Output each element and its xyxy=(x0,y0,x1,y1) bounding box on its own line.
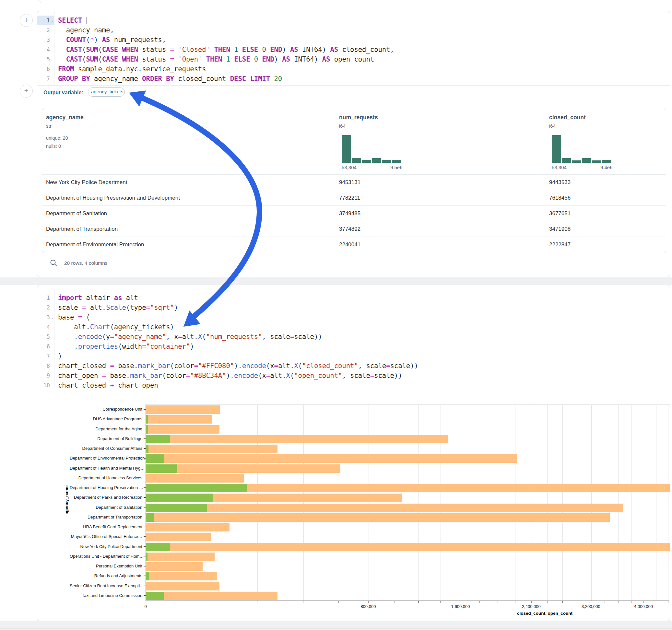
y-axis-label[interactable]: Department of Environmental Protection xyxy=(70,456,142,461)
y-axis-label[interactable]: Correspondence Unit xyxy=(70,407,142,412)
closed_count-bar[interactable] xyxy=(146,445,278,453)
sql-code-line-3[interactable]: 3 COUNT(*) AS num_requests, xyxy=(37,35,670,45)
y-axis-label[interactable]: Taxi and Limousine Commission xyxy=(70,593,142,598)
closed_count-bar[interactable] xyxy=(146,592,278,600)
closed_count-bar[interactable] xyxy=(146,425,219,434)
y-axis-label[interactable]: Personal Exemption Unit xyxy=(70,563,142,568)
open_count-bar[interactable] xyxy=(146,504,207,512)
add-cell-button-output[interactable]: + xyxy=(20,84,33,98)
python-code-line-1[interactable]: 1import altair as alt xyxy=(37,293,670,303)
y-axis-label[interactable]: Department of Transportation xyxy=(70,515,142,519)
y-axis-label[interactable]: Department of Sanitation xyxy=(70,505,142,510)
y-axis-label[interactable]: Department of Buildings xyxy=(70,436,142,441)
python-code-line-3[interactable]: 3⌄base = ( xyxy=(37,312,670,322)
closed_count-bar[interactable] xyxy=(146,543,670,551)
closed_count-bar[interactable] xyxy=(146,562,202,571)
table-cell: 3749485 xyxy=(339,206,360,221)
search-icon[interactable] xyxy=(50,259,58,267)
sql-code-line-1[interactable]: 1⌄SELECT xyxy=(37,16,670,25)
python-code-line-6[interactable]: 6 .properties(width="container") xyxy=(37,342,670,351)
y-axis-label[interactable]: Mayorâ€ s Office of Special Enforce… xyxy=(70,534,142,539)
y-axis-label[interactable]: HRA Benefit Card Replacement xyxy=(70,524,142,529)
gridline xyxy=(440,405,441,601)
line-number: 5 xyxy=(37,54,54,64)
gridline xyxy=(368,405,369,601)
closed_count-bar[interactable] xyxy=(146,454,517,463)
open_count-bar[interactable] xyxy=(146,513,154,522)
python-code-line-4[interactable]: 4 alt.Chart(agency_tickets) xyxy=(37,322,670,332)
add-cell-button-top[interactable]: + xyxy=(20,14,33,27)
fold-chevron-icon[interactable]: ⌄ xyxy=(51,312,54,322)
open_count-bar[interactable] xyxy=(146,553,147,561)
y-axis-label[interactable]: Senior Citizen Rent Increase Exempti… xyxy=(70,583,142,588)
open_count-bar[interactable] xyxy=(146,425,148,434)
closed_count-bar[interactable] xyxy=(146,572,217,580)
closed_count-bar[interactable] xyxy=(146,582,219,590)
sql-code-line-4[interactable]: 4 CAST(SUM(CASE WHEN status = 'Closed' T… xyxy=(37,45,670,54)
sql-code-editor[interactable]: 1⌄SELECT 2 agency_name,3 COUNT(*) AS num… xyxy=(37,16,670,84)
python-code-line-7[interactable]: 7) xyxy=(37,351,670,361)
y-axis-label[interactable]: Department of Parks and Recreation xyxy=(70,495,142,500)
sql-code-line-2[interactable]: 2 agency_name, xyxy=(37,25,670,35)
table-row[interactable]: Department of Sanitation37494853677651 xyxy=(42,205,666,221)
column-header-agency_name[interactable]: agency_name xyxy=(46,114,83,121)
closed_count-bar[interactable] xyxy=(146,523,230,532)
python-code-line-5[interactable]: 5 .encode(y="agency_name", x=alt.X("num_… xyxy=(37,332,670,342)
y-axis-label[interactable]: Operations Unit - Department of Hom… xyxy=(70,554,142,559)
table-row[interactable]: Department of Transportation377489234719… xyxy=(42,221,666,237)
open_count-bar[interactable] xyxy=(146,464,177,473)
open_count-bar[interactable] xyxy=(146,415,148,423)
closed_count-bar[interactable] xyxy=(146,513,610,522)
x-axis-label: 1,600,000 xyxy=(451,604,470,609)
open_count-bar[interactable] xyxy=(146,543,170,551)
open_count-bar[interactable] xyxy=(146,592,164,600)
open_count-bar[interactable] xyxy=(146,435,170,443)
y-axis-label[interactable]: New York City Police Department xyxy=(70,544,142,549)
python-code-line-2[interactable]: 2scale = alt.Scale(type="sqrt") xyxy=(37,303,670,312)
open_count-bar[interactable] xyxy=(146,493,213,502)
text-cursor xyxy=(87,17,87,24)
y-axis-tick xyxy=(144,487,146,488)
table-row[interactable]: New York City Police Department945313194… xyxy=(42,174,666,190)
closed_count-bar[interactable] xyxy=(146,406,220,414)
table-row[interactable]: Department of Environmental Protection22… xyxy=(42,237,666,252)
open_count-bar[interactable] xyxy=(146,484,247,492)
open_count-bar[interactable] xyxy=(146,572,149,580)
y-axis-tick xyxy=(144,438,146,439)
table-row[interactable]: Department of Housing Preservation and D… xyxy=(42,190,666,206)
table-cell: 9443533 xyxy=(549,175,571,190)
histogram-min-label: 53,304 xyxy=(342,165,357,170)
sql-code-line-7[interactable]: 7GROUP BY agency_name ORDER BY closed_co… xyxy=(37,74,670,83)
y-axis-tick xyxy=(144,429,146,429)
y-axis-tick xyxy=(144,448,146,449)
closed_count-bar[interactable] xyxy=(146,533,211,541)
y-axis-label[interactable]: DHS Advantage Programs xyxy=(70,416,142,421)
y-axis-label[interactable]: Refunds and Adjustments xyxy=(70,573,142,578)
line-number: 6 xyxy=(37,64,54,74)
closed_count-bar[interactable] xyxy=(146,504,623,512)
x-axis-tick xyxy=(498,601,498,603)
y-axis-label[interactable]: Department of Consumer Affairs xyxy=(70,446,142,451)
fold-chevron-icon[interactable]: ⌄ xyxy=(51,16,54,25)
y-axis-label[interactable]: Department of Homeless Services xyxy=(70,476,142,480)
sql-code-line-5[interactable]: 5 CAST(SUM(CASE WHEN status = 'Open' THE… xyxy=(37,54,670,64)
open_count-bar[interactable] xyxy=(146,454,164,463)
python-code-line-9[interactable]: 9chart_open = base.mark_bar(color="#8BC3… xyxy=(37,371,670,381)
x-axis-label: 3,200,000 xyxy=(581,604,600,609)
column-header-closed_count[interactable]: closed_count xyxy=(549,114,586,121)
closed_count-bar[interactable] xyxy=(146,415,212,423)
closed_count-bar[interactable] xyxy=(146,474,244,483)
python-code-line-10[interactable]: 10chart_closed + chart_open xyxy=(37,381,670,390)
column-header-num_requests[interactable]: num_requests xyxy=(339,114,378,121)
output-variable-pill[interactable]: agency_tickets xyxy=(88,88,125,97)
y-axis-label[interactable]: Department for the Aging xyxy=(70,427,142,431)
closed_count-bar[interactable] xyxy=(146,435,448,443)
gutter-divider xyxy=(54,11,54,85)
y-axis-label[interactable]: Department of Health and Mental Hyg… xyxy=(70,466,142,470)
sql-code-line-6[interactable]: 6FROM sample_data.nyc.service_requests xyxy=(37,64,670,74)
y-axis-label[interactable]: Department of Housing Preservation … xyxy=(70,485,142,490)
python-code-line-8[interactable]: 8chart_closed = base.mark_bar(color="#FF… xyxy=(37,361,670,371)
closed_count-bar[interactable] xyxy=(146,553,215,561)
python-code-editor[interactable]: 1import altair as alt2scale = alt.Scale(… xyxy=(37,293,670,388)
open_count-bar[interactable] xyxy=(146,445,148,453)
